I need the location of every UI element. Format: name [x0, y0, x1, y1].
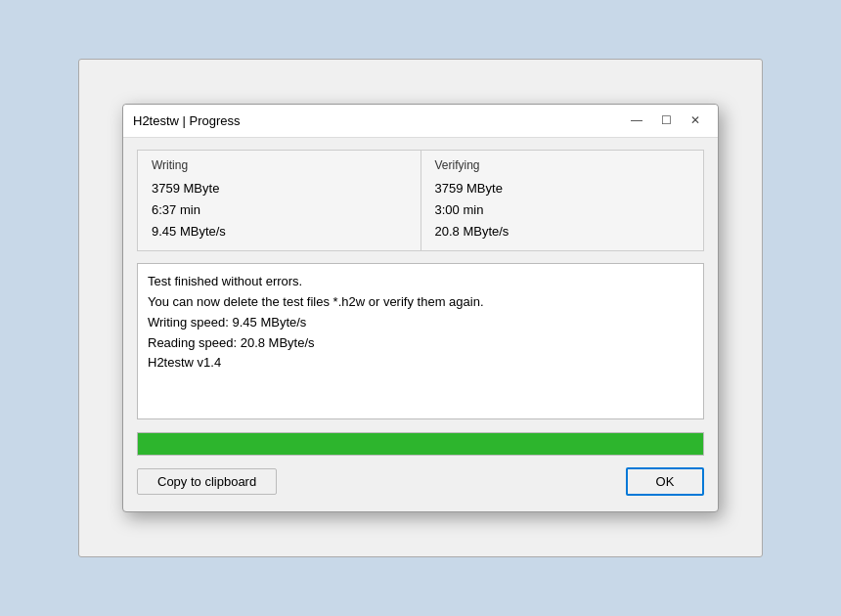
progress-bar-fill [138, 433, 703, 455]
verifying-mbyte: 3759 MByte [435, 178, 690, 199]
verifying-header: Verifying [435, 158, 690, 172]
writing-mbyte: 3759 MByte [152, 178, 407, 199]
verifying-speed: 20.8 MByte/s [435, 221, 690, 242]
stats-row: Writing 3759 MByte 6:37 min 9.45 MByte/s… [137, 150, 704, 251]
ok-button[interactable]: OK [626, 467, 704, 496]
title-bar-controls: — ☐ ✕ [624, 110, 708, 130]
writing-time: 6:37 min [152, 199, 407, 221]
writing-header: Writing [152, 158, 407, 172]
maximize-button[interactable]: ☐ [653, 110, 679, 130]
verifying-stats: Verifying 3759 MByte 3:00 min 20.8 MByte… [421, 151, 704, 250]
dialog-title: H2testw | Progress [133, 113, 241, 128]
result-textarea[interactable] [137, 263, 704, 419]
dialog-content: Writing 3759 MByte 6:37 min 9.45 MByte/s… [123, 138, 718, 511]
close-button[interactable]: ✕ [683, 110, 708, 130]
writing-values: 3759 MByte 6:37 min 9.45 MByte/s [152, 178, 407, 242]
progress-bar-container [137, 432, 704, 456]
copy-to-clipboard-button[interactable]: Copy to clipboard [137, 468, 277, 495]
verifying-values: 3759 MByte 3:00 min 20.8 MByte/s [435, 178, 690, 242]
writing-stats: Writing 3759 MByte 6:37 min 9.45 MByte/s [138, 151, 421, 250]
writing-speed: 9.45 MByte/s [152, 221, 407, 242]
progress-dialog: H2testw | Progress — ☐ ✕ Writing 3759 MB… [122, 104, 719, 512]
verifying-time: 3:00 min [435, 199, 690, 221]
result-text-wrapper [137, 263, 704, 422]
buttons-row: Copy to clipboard OK [137, 467, 704, 500]
minimize-button[interactable]: — [624, 110, 649, 130]
title-bar: H2testw | Progress — ☐ ✕ [123, 105, 718, 138]
